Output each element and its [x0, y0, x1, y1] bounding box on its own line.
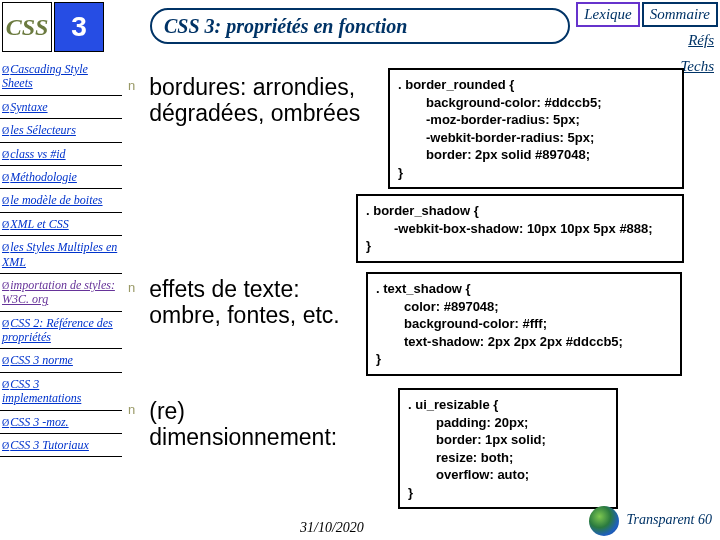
bullet-marker: n	[128, 402, 135, 417]
bullet-text-effets: effets de texte: ombre, fontes, etc.	[149, 276, 369, 329]
css-logo: CSS	[2, 2, 52, 52]
css3-logo: 3	[54, 2, 104, 52]
bullet-text-bordures: bordures: arrondies, dégradées, ombrées	[149, 74, 369, 127]
sidebar-item[interactable]: Øles Styles Multiples en XML	[0, 236, 122, 274]
techs-link[interactable]: Techs	[680, 58, 714, 75]
code-text-shadow: . text_shadow { color: #897048; backgrou…	[366, 272, 682, 376]
sidebar-item[interactable]: Øclass vs #id	[0, 143, 122, 166]
code-border-rounded: . border_rounded { background-color: #dd…	[388, 68, 684, 189]
sidebar-item[interactable]: ØCSS 3 norme	[0, 349, 122, 372]
sidebar-item[interactable]: ØCSS 2: Référence des propriétés	[0, 312, 122, 350]
bullet-text-dimension: (re) dimensionnement:	[149, 398, 369, 451]
sidebar-item[interactable]: ØXML et CSS	[0, 213, 122, 236]
code-ui-resizable: . ui_resizable { padding: 20px; border: …	[398, 388, 618, 509]
sidebar-item[interactable]: ØCSS 3 -moz.	[0, 411, 122, 434]
globe-icon	[589, 506, 619, 536]
code-border-shadow: . border_shadow { -webkit-box-shadow: 10…	[356, 194, 684, 263]
sidebar-item[interactable]: Øimportation de styles: W3C. org	[0, 274, 122, 312]
sommaire-button[interactable]: Sommaire	[642, 2, 718, 27]
sidebar: ØCascading Style Sheets ØSyntaxe Øles Sé…	[0, 58, 122, 457]
refs-link[interactable]: Réfs	[688, 32, 714, 49]
sidebar-item[interactable]: ØMéthodologie	[0, 166, 122, 189]
sidebar-item[interactable]: ØCSS 3 implementations	[0, 373, 122, 411]
bullet-marker: n	[128, 78, 135, 93]
footer-date: 31/10/2020	[300, 520, 364, 536]
sidebar-item[interactable]: Øles Sélecteurs	[0, 119, 122, 142]
footer-slide-number: Transparent 60	[589, 506, 712, 536]
sidebar-item[interactable]: ØCSS 3 Tutoriaux	[0, 434, 122, 457]
lexique-button[interactable]: Lexique	[576, 2, 639, 27]
sidebar-item[interactable]: ØCascading Style Sheets	[0, 58, 122, 96]
bullet-marker: n	[128, 280, 135, 295]
sidebar-item[interactable]: Øle modèle de boites	[0, 189, 122, 212]
sidebar-item[interactable]: ØSyntaxe	[0, 96, 122, 119]
page-title: CSS 3: propriétés en fonction	[150, 8, 570, 44]
